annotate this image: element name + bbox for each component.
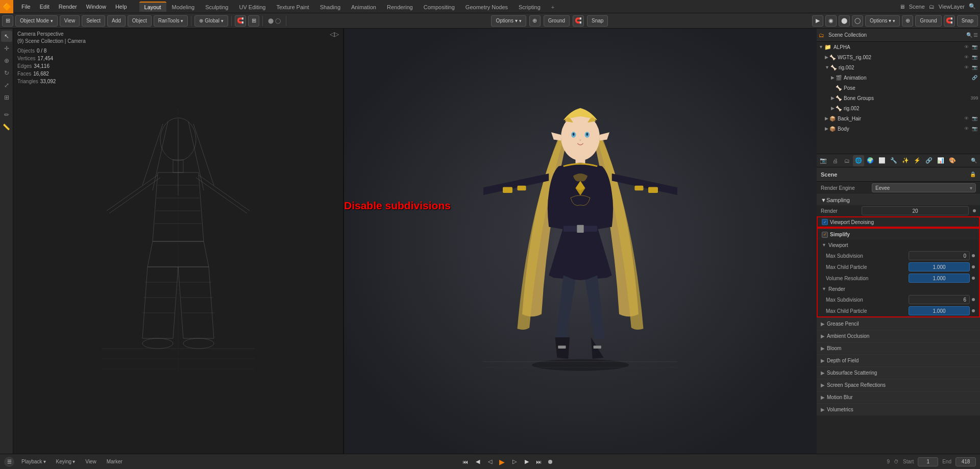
tree-item-bone-groups[interactable]: ▶ 🦴 Bone Groups 399 (817, 93, 980, 103)
tab-compositing[interactable]: Compositing (419, 2, 460, 12)
jump-start-btn[interactable]: ⏮ (460, 457, 471, 467)
tab-shading[interactable]: Shading (315, 2, 346, 12)
menu-window[interactable]: Window (82, 3, 110, 11)
tab-add[interactable]: + (546, 2, 559, 12)
denoising-checkbox[interactable]: ✓ (822, 219, 828, 225)
props-search-icon[interactable]: 🔍 (969, 158, 979, 163)
tree-item-rig-sub[interactable]: ▶ 🦴 rig.002 (817, 103, 980, 113)
tab-scripting[interactable]: Scripting (513, 2, 546, 12)
ground-icon-right[interactable]: ⊕ (902, 15, 913, 27)
viewport-left[interactable]: Camera Perspective (9) Scene Collection … (13, 29, 344, 454)
end-frame-input[interactable]: 418 (955, 457, 976, 466)
select-icon[interactable]: ↖ (1, 31, 12, 42)
tree-item-animation[interactable]: ▶ 🎬 Animation 🔗 (817, 72, 980, 83)
blender-icon[interactable]: 🔶 (0, 0, 13, 13)
snap-label-right[interactable]: Snap (957, 15, 978, 27)
data-props-icon[interactable]: 📊 (935, 155, 946, 166)
volumetrics-section[interactable]: ▶ Volumetrics (817, 403, 980, 415)
prop-lock-icon[interactable]: 🔒 (970, 171, 976, 177)
rotate-icon[interactable]: ↻ (1, 67, 12, 79)
object-mode-dropdown[interactable]: Object Mode (15, 15, 58, 27)
tree-item-back-hair[interactable]: ▶ 📦 Back_Hair 👁 📷 (817, 113, 980, 124)
snap-toggle-right[interactable]: 🧲 (944, 15, 955, 27)
shading-wire-icon[interactable]: ◯ (852, 15, 863, 27)
subsurface-scattering-section[interactable]: ▶ Subsurface Scattering (817, 366, 980, 379)
start-frame-input[interactable]: 1 (918, 457, 938, 466)
tree-item-alpha[interactable]: ▼ 📁 ALPHA 👁 📷 (817, 42, 980, 52)
tab-rendering[interactable]: Rendering (382, 2, 418, 12)
render-samples-value[interactable]: 20 (862, 206, 969, 215)
screen-space-reflections-section[interactable]: ▶ Screen Space Reflections (817, 379, 980, 391)
simplify-section-header[interactable]: ✓ Simplify (818, 229, 979, 240)
particle-props-icon[interactable]: ✨ (900, 155, 911, 166)
bloom-section[interactable]: ▶ Bloom (817, 342, 980, 354)
grease-pencil-section[interactable]: ▶ Grease Pencil (817, 317, 980, 330)
constraint-props-icon[interactable]: 🔗 (923, 155, 935, 166)
physics-props-icon[interactable]: ⚡ (912, 155, 923, 166)
jump-end-btn[interactable]: ⏭ (534, 457, 544, 467)
marker-btn[interactable]: Marker (104, 458, 126, 465)
ground-icon[interactable]: ⊕ (529, 15, 541, 27)
view-btn[interactable]: View (60, 15, 80, 27)
render-subsection-header[interactable]: ▼ Render (818, 284, 979, 294)
options-btn-right[interactable]: Options ▾ (865, 15, 900, 27)
viewport-max-subdiv-value[interactable]: 0 (909, 251, 970, 260)
output-props-icon[interactable]: 🖨 (829, 155, 841, 166)
wgts-render-icon[interactable]: 📷 (971, 54, 978, 61)
menu-help[interactable]: Help (111, 3, 131, 11)
viewport-max-child-value[interactable]: 1.000 (909, 262, 970, 271)
render-subdiv-dot[interactable] (972, 298, 975, 301)
wgts-vis-icon[interactable]: 👁 (963, 54, 970, 61)
next-keyframe-btn[interactable]: ▷ (509, 457, 520, 467)
ground-label-right[interactable]: Ground (915, 15, 941, 27)
tab-texture-paint[interactable]: Texture Paint (271, 2, 314, 12)
move-icon[interactable]: ⊕ (1, 55, 12, 66)
ambient-occlusion-section[interactable]: ▶ Ambient Occlusion (817, 330, 980, 342)
tree-item-pose[interactable]: ▶ 🦴 Pose (817, 83, 980, 93)
motion-blur-section[interactable]: ▶ Motion Blur (817, 391, 980, 403)
ground-label[interactable]: Ground (544, 15, 570, 27)
volume-res-dot[interactable] (972, 277, 975, 280)
snap-toggle[interactable]: 🧲 (573, 15, 584, 27)
tab-geometry-nodes[interactable]: Geometry Nodes (460, 2, 513, 12)
select-btn[interactable]: Select (82, 15, 105, 27)
render-engine-value[interactable]: Eevee (872, 183, 976, 192)
render-visibility-icon[interactable]: 📷 (971, 43, 978, 51)
keying-btn[interactable]: Keying ▾ (53, 458, 79, 465)
tab-layout[interactable]: Layout (139, 2, 166, 12)
render-max-child-value[interactable]: 1.000 (909, 306, 970, 315)
material-props-icon[interactable]: 🎨 (947, 155, 958, 166)
viewport-subsection-header[interactable]: ▼ Viewport (818, 240, 979, 250)
scale-icon[interactable]: ⤢ (1, 80, 12, 91)
tab-modeling[interactable]: Modeling (167, 2, 200, 12)
prev-keyframe-btn[interactable]: ◁ (485, 457, 495, 467)
view-btn-status[interactable]: View (82, 458, 100, 465)
cursor-icon[interactable]: ✛ (1, 43, 12, 54)
prev-frame-btn[interactable]: ◀ (473, 457, 483, 467)
simplify-checkbox[interactable]: ✓ (822, 232, 828, 238)
tree-item-body[interactable]: ▶ 📦 Body 👁 📷 (817, 124, 980, 134)
snap-label[interactable]: Snap (587, 15, 608, 27)
object-props-icon[interactable]: ⬜ (876, 155, 888, 166)
modifier-props-icon[interactable]: 🔧 (888, 155, 899, 166)
overlay-icon[interactable]: ◉ (825, 15, 837, 27)
shading-solid-icon[interactable]: ⬤ (839, 15, 850, 27)
viewport-subdiv-dot[interactable] (972, 254, 975, 257)
options-btn[interactable]: Options ▾ (491, 15, 526, 27)
tab-sculpting[interactable]: Sculpting (200, 2, 233, 12)
menu-edit[interactable]: Edit (36, 3, 54, 11)
view-layer-props-icon[interactable]: 🗂 (841, 155, 852, 166)
menu-file[interactable]: File (17, 3, 35, 11)
viewport-right[interactable]: Disable subdivisions (344, 29, 817, 454)
render-samples-dot[interactable] (973, 209, 976, 212)
filter-options-icon[interactable]: ☰ (973, 32, 978, 38)
rig-vis-icon[interactable]: 👁 (963, 64, 970, 71)
filter-icon[interactable]: 🔍 (966, 32, 972, 38)
sampling-section-header[interactable]: ▼ Sampling (817, 194, 980, 205)
global-dropdown[interactable]: ⊕ Global (194, 15, 228, 27)
search-icon[interactable]: 🔍 (969, 3, 976, 10)
render-props-icon[interactable]: 📷 (818, 155, 829, 166)
play-btn[interactable]: ▶ (497, 457, 507, 467)
magnet-icon[interactable]: 🧲 (235, 15, 246, 27)
object-btn[interactable]: Object (128, 15, 152, 27)
